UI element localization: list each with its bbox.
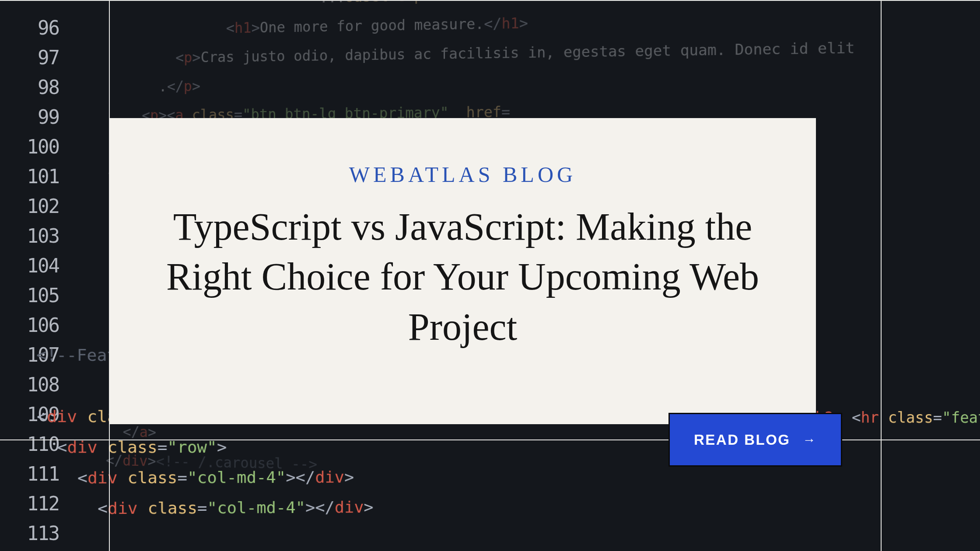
line-number: 98 bbox=[0, 73, 59, 102]
line-number: 102 bbox=[0, 192, 59, 221]
read-blog-button[interactable]: READ BLOG → bbox=[668, 413, 842, 467]
frame-line-right bbox=[881, 0, 882, 551]
cta-label: READ BLOG bbox=[694, 432, 791, 448]
line-number: 105 bbox=[0, 281, 59, 310]
line-number: 104 bbox=[0, 251, 59, 281]
line-number: 100 bbox=[0, 132, 59, 162]
line-number: 97 bbox=[0, 43, 59, 73]
eyebrow-text: WEBATLAS BLOG bbox=[136, 162, 790, 187]
arrow-right-icon: → bbox=[803, 432, 817, 447]
line-number: 99 bbox=[0, 102, 59, 132]
headline-text: TypeScript vs JavaScript: Making the Rig… bbox=[136, 202, 790, 352]
line-number: 101 bbox=[0, 162, 59, 192]
hero-card: WEBATLAS BLOG TypeScript vs JavaScript: … bbox=[109, 118, 816, 424]
frame-line-top bbox=[0, 0, 980, 1]
line-number: 96 bbox=[0, 13, 59, 43]
line-number: 103 bbox=[0, 221, 59, 251]
